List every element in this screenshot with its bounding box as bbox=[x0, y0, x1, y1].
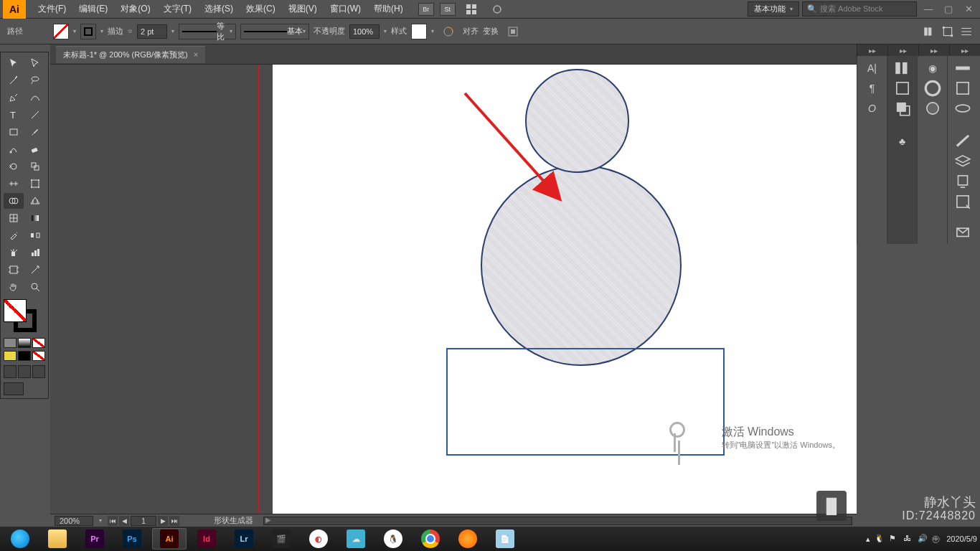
color-panel-icon[interactable] bbox=[923, 80, 942, 96]
layers-panel-icon[interactable] bbox=[953, 154, 972, 169]
menu-file[interactable]: 文件(F) bbox=[32, 3, 72, 15]
tray-network-icon[interactable]: 🖧 bbox=[903, 534, 913, 544]
shape-builder-tool[interactable] bbox=[4, 193, 24, 209]
eraser-tool[interactable] bbox=[25, 141, 45, 157]
fill-swatch[interactable] bbox=[53, 24, 69, 39]
opentype-panel-icon[interactable]: O bbox=[863, 100, 882, 116]
opacity-input[interactable] bbox=[349, 24, 380, 39]
mesh-tool[interactable] bbox=[4, 210, 24, 226]
menu-window[interactable]: 窗口(W) bbox=[324, 3, 367, 15]
scale-tool[interactable] bbox=[25, 159, 45, 174]
tray-ime-icon[interactable]: ㊥ bbox=[932, 534, 942, 544]
taskbar-app1[interactable]: 🎬 bbox=[264, 528, 298, 550]
arrange-docs-icon[interactable] bbox=[461, 1, 481, 17]
guide-line[interactable] bbox=[258, 65, 259, 514]
rotate-tool[interactable] bbox=[4, 159, 24, 174]
rectangle-tool[interactable] bbox=[4, 124, 24, 140]
draw-inside-icon[interactable] bbox=[32, 365, 45, 378]
shaper-tool[interactable] bbox=[4, 141, 24, 157]
menu-help[interactable]: 帮助(H) bbox=[367, 3, 410, 15]
transform-label[interactable]: 变换 bbox=[483, 26, 499, 37]
direct-selection-tool[interactable] bbox=[25, 55, 45, 71]
panel-expand-3[interactable]: ▸▸ bbox=[918, 44, 949, 56]
gpu-icon[interactable] bbox=[487, 1, 507, 17]
curvature-tool[interactable] bbox=[25, 90, 45, 105]
align-panel-icon2[interactable] bbox=[893, 60, 912, 76]
graphic-styles-panel-icon[interactable] bbox=[953, 133, 972, 149]
stroke-swatch[interactable] bbox=[80, 24, 96, 39]
maximize-button[interactable]: ▢ bbox=[940, 3, 957, 16]
type-tool[interactable]: T bbox=[4, 107, 24, 123]
symbols-panel-icon[interactable]: ♣ bbox=[893, 133, 912, 149]
tray-date[interactable]: 2020/5/9 bbox=[946, 534, 977, 543]
artboard[interactable]: 激活 Windows 转到"电脑设置"以激活 Windows。 bbox=[273, 65, 857, 514]
tab-close-icon[interactable]: × bbox=[194, 50, 198, 59]
first-artboard-button[interactable]: ⏮ bbox=[108, 516, 118, 526]
blend-tool[interactable] bbox=[25, 227, 45, 243]
character-panel-icon[interactable]: A| bbox=[863, 60, 882, 76]
bridge-icon[interactable]: Br bbox=[418, 3, 434, 16]
symbol-sprayer-tool[interactable] bbox=[4, 245, 24, 260]
menu-effect[interactable]: 效果(C) bbox=[240, 3, 282, 15]
taskbar-illustrator[interactable]: Ai bbox=[152, 528, 187, 550]
align-label[interactable]: 对齐 bbox=[463, 26, 479, 37]
links-panel-icon[interactable] bbox=[953, 224, 972, 240]
swatches-panel-icon[interactable] bbox=[953, 80, 972, 96]
taskbar-indesign[interactable]: Id bbox=[189, 528, 224, 550]
tray-expand-icon[interactable]: ▴ bbox=[866, 534, 870, 544]
taskbar-premiere[interactable]: Pr bbox=[77, 528, 112, 550]
draw-behind-icon[interactable] bbox=[18, 365, 31, 378]
selection-tool[interactable] bbox=[4, 55, 24, 71]
panel-expand-2[interactable]: ▸▸ bbox=[887, 44, 918, 56]
taskbar-lightroom[interactable]: Lr bbox=[227, 528, 261, 550]
menu-edit[interactable]: 编辑(E) bbox=[72, 3, 114, 15]
search-input[interactable]: 🔍搜索 Adobe Stock bbox=[802, 1, 917, 17]
variable-width-profile[interactable]: 等比▾ bbox=[179, 24, 236, 39]
control-menu-icon[interactable] bbox=[960, 25, 973, 38]
hand-tool[interactable] bbox=[4, 279, 24, 295]
perspective-grid-tool[interactable] bbox=[25, 193, 45, 209]
transform-panel-icon2[interactable] bbox=[893, 80, 912, 96]
menu-view[interactable]: 视图(V) bbox=[282, 3, 324, 15]
document-tab[interactable]: 未标题-1* @ 200% (RGB/像素预览) × bbox=[56, 46, 205, 63]
zoom-tool[interactable] bbox=[25, 279, 45, 295]
gradient-tool[interactable] bbox=[25, 210, 45, 226]
gradient-mode-icon[interactable] bbox=[18, 338, 31, 348]
graphic-style[interactable] bbox=[411, 24, 427, 39]
panel-expand-4[interactable]: ▸▸ bbox=[949, 44, 980, 56]
column-graph-tool[interactable] bbox=[25, 245, 45, 260]
taskbar-qq[interactable]: 🐧 bbox=[376, 528, 410, 550]
stroke-dd-icon[interactable]: ▾ bbox=[100, 28, 103, 34]
magic-wand-tool[interactable] bbox=[4, 72, 24, 88]
workspace-selector[interactable]: 基本功能▾ bbox=[748, 1, 799, 17]
tray-volume-icon[interactable]: 🔊 bbox=[918, 534, 928, 544]
taskbar-photoshop[interactable]: Ps bbox=[115, 528, 149, 550]
eyedropper-tool[interactable] bbox=[4, 227, 24, 243]
libraries-panel-icon[interactable]: ◉ bbox=[923, 60, 942, 76]
fill-color-icon[interactable] bbox=[4, 299, 27, 322]
brushes-panel-icon[interactable] bbox=[953, 100, 972, 116]
artboard-tool[interactable] bbox=[4, 262, 24, 278]
pen-tool[interactable] bbox=[4, 90, 24, 105]
appearance-panel-icon[interactable] bbox=[923, 100, 942, 116]
prev-artboard-button[interactable]: ◀ bbox=[119, 516, 129, 526]
artboard-num-input[interactable]: 1 bbox=[131, 516, 156, 526]
slice-tool[interactable] bbox=[25, 262, 45, 278]
stock-icon[interactable]: St bbox=[440, 3, 456, 16]
taskbar-app5[interactable]: 📄 bbox=[488, 528, 522, 550]
lasso-tool[interactable] bbox=[25, 72, 45, 88]
pathfinder-panel-icon[interactable] bbox=[893, 100, 912, 116]
zoom-input[interactable]: 200% bbox=[55, 516, 93, 526]
tray-qq-icon[interactable]: 🐧 bbox=[875, 534, 885, 544]
fill-stroke-swatch[interactable] bbox=[4, 299, 45, 332]
taskbar-browser[interactable] bbox=[3, 528, 37, 550]
canvas[interactable]: 激活 Windows 转到"电脑设置"以激活 Windows。 bbox=[50, 65, 857, 514]
color-black-icon[interactable] bbox=[18, 351, 31, 361]
close-button[interactable]: ✕ bbox=[960, 3, 977, 16]
paragraph-panel-icon[interactable]: ¶ bbox=[863, 80, 882, 96]
taskbar-app2[interactable]: ◐ bbox=[301, 528, 336, 550]
transform-panel-icon[interactable] bbox=[941, 25, 954, 38]
tray-flag-icon[interactable]: ⚑ bbox=[889, 534, 899, 544]
menu-object[interactable]: 对象(O) bbox=[114, 3, 156, 15]
asset-export-panel-icon[interactable] bbox=[953, 174, 972, 189]
